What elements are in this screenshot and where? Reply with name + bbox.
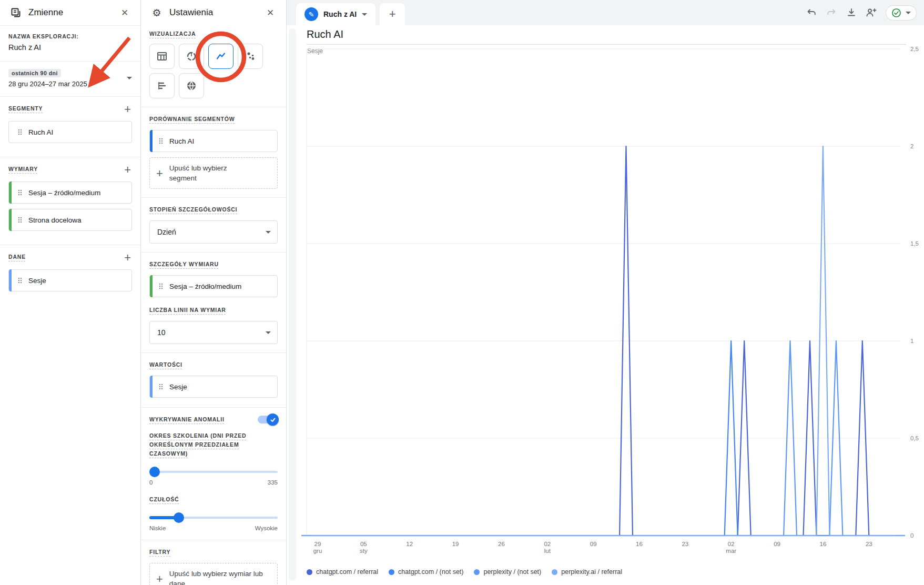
geo-map-icon[interactable]: [179, 73, 204, 98]
segments-label: SEGMENTY: [8, 104, 43, 113]
metrics-label: DANE: [8, 253, 26, 261]
legend-item: chatgpt.com / referral: [307, 568, 378, 576]
dimension-color-bar: [150, 275, 153, 297]
dimension-chip[interactable]: Sesja – źródło/medium: [8, 181, 132, 204]
segment-comparison-chip[interactable]: Ruch AI: [149, 130, 278, 152]
dimension-details-chip[interactable]: Sesja – źródło/medium: [149, 275, 278, 297]
dimensions-label: WYMIARY: [8, 165, 38, 174]
filters-section: FILTRY + Upuść lub wybierz wymiar lub da…: [141, 540, 286, 585]
segment-chip[interactable]: Ruch AI: [8, 121, 132, 143]
lines-per-dimension-label: LICZBA LINII NA WYMIAR: [149, 306, 226, 315]
lines-per-dimension-select[interactable]: 10: [149, 321, 278, 344]
scatter-chart-icon[interactable]: [238, 44, 263, 69]
variables-panel-title: Zmienne: [28, 7, 112, 18]
segments-section: SEGMENTY + Ruch AI: [0, 97, 140, 157]
visualization-label: WIZUALIZACJA: [149, 29, 196, 38]
training-max-label: 335: [268, 479, 278, 486]
chevron-down-icon: [266, 231, 271, 234]
svg-text:1,5: 1,5: [910, 240, 919, 247]
check-icon: [270, 417, 276, 423]
drag-handle-icon[interactable]: [17, 277, 23, 284]
close-settings-icon[interactable]: ✕: [263, 5, 278, 20]
sensitivity-max-label: Wysokie: [255, 525, 278, 531]
metrics-section: DANE + Sesje: [0, 245, 140, 305]
exploration-name-label: NAZWA EKSPLORACJI:: [8, 33, 132, 39]
legend-dot: [474, 569, 480, 575]
plus-icon: +: [156, 574, 163, 584]
legend-item: perplexity.ai / referral: [552, 568, 622, 576]
dimension-details-chip-label: Sesja – źródło/medium: [169, 283, 241, 290]
date-range-chip: ostatnich 90 dni: [8, 69, 61, 77]
values-label: WARTOŚCI: [149, 360, 182, 369]
segment-comparison-label: PORÓWNANIE SEGMENTÓW: [149, 115, 235, 124]
granularity-select[interactable]: Dzień: [149, 220, 278, 244]
sensitivity-slider[interactable]: [149, 512, 278, 523]
legend-item: perplexity / (not set): [474, 568, 541, 576]
svg-text:09: 09: [590, 541, 597, 547]
filters-label: FILTRY: [149, 548, 170, 557]
settings-panel-title: Ustawienia: [169, 7, 258, 18]
training-period-label: OKRES SZKOLENIA (DNI PRZED OKREŚLONYM PR…: [149, 431, 249, 458]
legend-dot: [307, 569, 312, 575]
drag-handle-icon[interactable]: [17, 128, 23, 136]
drag-handle-icon[interactable]: [158, 283, 164, 290]
svg-text:2,5: 2,5: [910, 46, 919, 52]
variables-icon: [8, 5, 23, 20]
dimension-details-label: SZCZEGÓŁY WYMIARU: [149, 260, 219, 269]
slider-handle[interactable]: [149, 467, 160, 477]
exploration-name-value[interactable]: Ruch z AI: [8, 43, 132, 52]
svg-text:23: 23: [682, 541, 688, 547]
add-segment-button[interactable]: +: [123, 104, 132, 115]
svg-text:29gru: 29gru: [313, 541, 322, 554]
drag-handle-icon[interactable]: [158, 137, 164, 145]
filters-dropzone-text: Upuść lub wybierz wymiar lub dane: [169, 569, 264, 585]
exploration-name-section: NAZWA EKSPLORACJI: Ruch z AI: [0, 26, 140, 61]
settings-panel-header: ⚙ Ustawienia ✕: [141, 0, 286, 25]
add-dimension-button[interactable]: +: [123, 165, 132, 175]
svg-text:12: 12: [406, 541, 413, 547]
bar-chart-icon[interactable]: [149, 73, 175, 98]
metric-chip[interactable]: Sesje: [8, 269, 132, 291]
legend-dot: [552, 569, 557, 575]
svg-text:2: 2: [910, 143, 913, 149]
drag-handle-icon[interactable]: [17, 216, 23, 224]
donut-chart-icon[interactable]: [179, 44, 204, 69]
legend-label: chatgpt.com / (not set): [398, 568, 463, 576]
table-icon[interactable]: [149, 44, 175, 69]
granularity-value: Dzień: [157, 228, 176, 236]
drag-handle-icon[interactable]: [17, 189, 23, 196]
date-range-text: 28 gru 2024–27 mar 2025: [8, 80, 127, 88]
anomaly-detection-label: WYKRYWANIE ANOMALII: [149, 415, 225, 424]
svg-text:05sty: 05sty: [360, 541, 368, 554]
training-period-slider[interactable]: [149, 467, 278, 477]
drag-handle-icon[interactable]: [158, 383, 164, 390]
svg-text:02mar: 02mar: [726, 541, 736, 554]
visualization-section: WIZUALIZACJA: [141, 25, 286, 107]
values-chip[interactable]: Sesje: [149, 376, 278, 398]
svg-text:19: 19: [452, 541, 459, 547]
date-range-selector[interactable]: ostatnich 90 dni 28 gru 2024–27 mar 2025: [0, 62, 140, 96]
line-chart: 00,511,522,529gru05sty12192602lut0916230…: [287, 0, 924, 585]
svg-text:16: 16: [636, 541, 643, 547]
filters-dropzone[interactable]: + Upuść lub wybierz wymiar lub dane: [149, 563, 278, 585]
segment-dropzone-text: Upuść lub wybierz segment: [169, 163, 248, 183]
visualization-picker: [149, 44, 269, 98]
svg-text:02lut: 02lut: [544, 541, 551, 554]
line-chart-icon[interactable]: [208, 44, 233, 69]
plus-icon: +: [156, 168, 163, 178]
segment-comparison-section: PORÓWNANIE SEGMENTÓW Ruch AI + Upuść lub…: [141, 107, 286, 197]
dimension-chip[interactable]: Strona docelowa: [8, 209, 132, 231]
add-metric-button[interactable]: +: [123, 253, 132, 263]
anomaly-toggle[interactable]: [258, 416, 278, 423]
slider-handle[interactable]: [174, 512, 184, 523]
granularity-section: STOPIEŃ SZCZEGÓŁOWOŚCI Dzień: [141, 198, 286, 252]
svg-text:1: 1: [910, 338, 913, 344]
chevron-down-icon: [127, 77, 132, 79]
segment-dropzone[interactable]: + Upuść lub wybierz segment: [149, 157, 278, 189]
close-variables-icon[interactable]: ✕: [117, 5, 132, 20]
svg-text:0: 0: [910, 532, 913, 539]
legend-label: chatgpt.com / referral: [316, 568, 378, 576]
metric-color-bar: [150, 376, 153, 398]
dimensions-section: WYMIARY + Sesja – źródło/medium Strona d…: [0, 157, 140, 245]
dimension-color-bar: [9, 209, 12, 231]
